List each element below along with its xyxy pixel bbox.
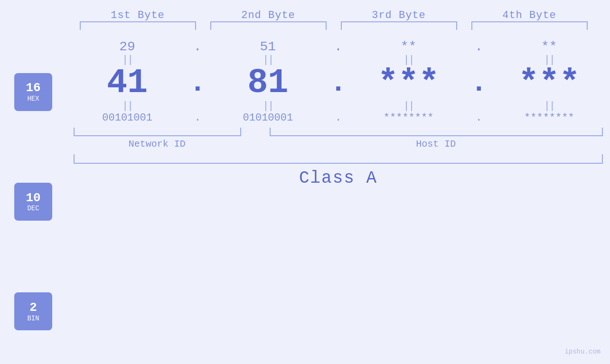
badges-column: 16 HEX 10 DEC 2 BIN <box>0 35 66 364</box>
dec-row: 41 . 81 . *** . *** <box>66 66 610 100</box>
dec-val-2: 81 <box>207 66 328 100</box>
hex-dot-2: . <box>329 39 348 54</box>
dec-val-4: *** <box>488 66 610 100</box>
network-id-label: Network ID <box>74 139 241 149</box>
dec-dot-2: . <box>329 67 348 99</box>
dec-val-1: 41 <box>66 66 188 100</box>
header-row: 1st Byte 2nd Byte 3rd Byte 4th Byte <box>73 9 595 21</box>
hex-badge-label: HEX <box>27 95 39 103</box>
top-bracket-row <box>73 21 595 30</box>
host-id-label: Host ID <box>269 139 603 149</box>
hex-val-4: ** <box>488 39 610 54</box>
equals-7: || <box>348 100 469 112</box>
bin-row: 00101001 . 01010001 . ******** . <box>66 112 610 124</box>
bin-badge-num: 2 <box>29 301 37 315</box>
equals-row-2: || || || || <box>66 100 610 112</box>
bin-val-2: 01010001 <box>207 112 328 124</box>
bin-val-1: 00101001 <box>66 112 188 124</box>
watermark: ipshu.com <box>564 348 601 355</box>
host-id-bracket <box>270 128 603 136</box>
equals-8: || <box>488 100 610 112</box>
bin-dot-1: . <box>188 112 207 124</box>
bin-val-3: ******** <box>348 112 469 124</box>
dec-dot-1: . <box>188 67 207 99</box>
hex-dot-1: . <box>188 39 207 54</box>
hex-dot-3: . <box>469 39 488 54</box>
hex-badge-num: 16 <box>26 81 40 95</box>
bracket-1 <box>80 21 196 30</box>
byte-label-1: 1st Byte <box>73 9 203 21</box>
bin-val-4: ******** <box>488 112 610 124</box>
class-label: Class A <box>66 168 610 188</box>
bin-dot-3: . <box>469 112 488 124</box>
hex-val-1: 29 <box>66 39 188 54</box>
bottom-bracket <box>74 154 603 164</box>
dec-badge-num: 10 <box>26 191 40 205</box>
byte-label-3: 3rd Byte <box>334 9 464 21</box>
values-grid: 29 . 51 . ** . ** <box>66 35 610 364</box>
hex-row: 29 . 51 . ** . ** <box>66 39 610 54</box>
hex-badge: 16 HEX <box>14 73 52 111</box>
network-id-bracket <box>74 128 241 136</box>
equals-6: || <box>207 100 328 112</box>
bracket-3 <box>341 21 457 30</box>
hex-val-3: ** <box>348 39 469 54</box>
dec-badge-label: DEC <box>27 205 39 212</box>
byte-label-2: 2nd Byte <box>203 9 334 21</box>
id-brackets-row <box>66 128 610 136</box>
bin-dot-2: . <box>329 112 348 124</box>
bracket-4 <box>471 21 588 30</box>
dec-badge: 10 DEC <box>14 183 52 221</box>
bracket-2 <box>210 21 327 30</box>
dec-val-3: *** <box>348 66 469 100</box>
bin-badge-label: BIN <box>27 315 39 322</box>
hex-val-2: 51 <box>207 39 328 54</box>
byte-label-4: 4th Byte <box>464 9 595 21</box>
equals-5: || <box>66 100 188 112</box>
dec-dot-3: . <box>469 67 488 99</box>
id-labels-row: Network ID Host ID <box>66 139 610 149</box>
main-container: 1st Byte 2nd Byte 3rd Byte 4th Byte 16 H… <box>0 0 610 364</box>
bin-badge: 2 BIN <box>14 292 52 330</box>
